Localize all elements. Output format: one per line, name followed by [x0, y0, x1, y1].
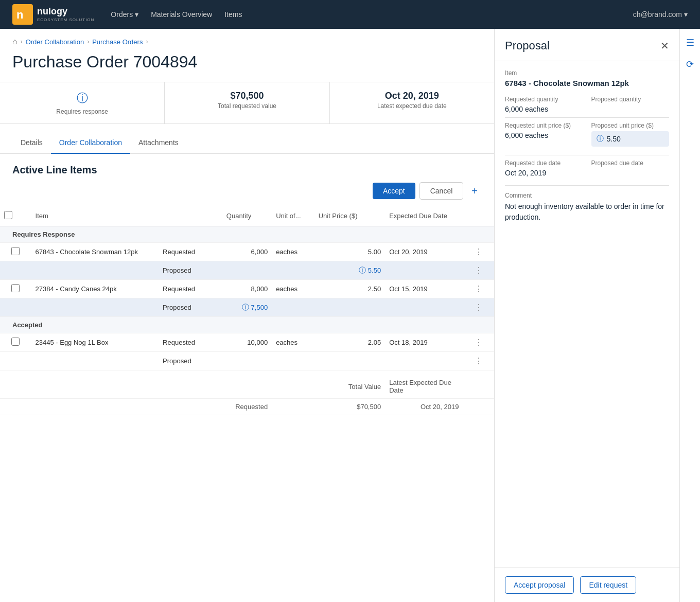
table-row-proposed: Proposed ⋮: [0, 352, 494, 370]
requested-unit-price-value: 6,000 eaches: [505, 131, 583, 139]
cancel-button[interactable]: Cancel: [419, 182, 464, 200]
stat-requires-response: ⓘ Requires response: [0, 82, 165, 123]
logo-icon: n: [12, 4, 33, 25]
tab-order-collaboration[interactable]: Order Collaboration: [51, 132, 130, 154]
group-requires-response: Requires Response: [0, 226, 494, 243]
add-button[interactable]: +: [467, 183, 482, 199]
home-icon[interactable]: ⌂: [12, 37, 18, 46]
stat-due-label: Latest expected due date: [342, 102, 482, 110]
stat-total-value: $70,500 Total requested value: [165, 82, 329, 123]
proposal-body: Item 67843 - Chocolate Snowman 12pk Requ…: [495, 61, 679, 568]
proposal-actions: Accept proposal Edit request: [495, 568, 679, 602]
row-type: Requested: [159, 333, 222, 352]
filter-icon[interactable]: ☰: [686, 37, 694, 48]
row-qty: 10,000: [222, 333, 272, 352]
proposed-price-warning: ⓘ 5.50: [359, 266, 381, 275]
table-row: 27384 - Candy Canes 24pk Requested 8,000…: [0, 280, 494, 298]
proposal-item-name: 67843 - Chocolate Snowman 12pk: [505, 79, 669, 87]
row-qty: 8,000: [222, 280, 272, 298]
item-name: 27384 - Candy Canes 24pk: [31, 280, 159, 298]
proposed-unit-price-value: 5.50: [607, 135, 621, 143]
proposal-item-label: Item: [505, 69, 669, 77]
col-item-header: Item: [31, 206, 159, 226]
row-type: Requested: [159, 243, 222, 261]
logo-sub: ECOSYSTEM SOLUTION: [37, 17, 94, 23]
group-accepted: Accepted: [0, 317, 494, 333]
row-actions-menu[interactable]: ⋮: [471, 302, 486, 313]
nav-orders[interactable]: Orders ▾: [111, 10, 138, 19]
svg-text:n: n: [16, 8, 23, 21]
row-unit: eaches: [272, 280, 314, 298]
stat-total-label: Total requested value: [177, 102, 317, 110]
nav-materials[interactable]: Materials Overview: [151, 10, 212, 19]
items-table: Item Quantity Unit of... Unit Price ($) …: [0, 206, 494, 415]
logo-name: nulogy: [37, 6, 94, 17]
right-panel: Proposal ✕ Item 67843 - Chocolate Snowma…: [494, 29, 679, 602]
warning-icon: ⓘ: [242, 303, 249, 312]
accept-proposal-button[interactable]: Accept proposal: [505, 576, 574, 594]
tabs: Details Order Collaboration Attachments: [0, 132, 494, 154]
item-name: 23445 - Egg Nog 1L Box: [31, 333, 159, 352]
row-checkbox[interactable]: [11, 338, 20, 346]
requested-unit-price-label: Requested unit price ($): [505, 122, 583, 129]
row-price: 2.50: [314, 280, 386, 298]
row-date: Oct 20, 2019: [385, 243, 463, 261]
col-qty-header: Quantity: [222, 206, 272, 226]
row-unit: eaches: [272, 243, 314, 261]
stats-row: ⓘ Requires response $70,500 Total reques…: [0, 82, 494, 124]
proposed-qty-label: Proposed quantity: [591, 96, 670, 103]
table-row-proposed: Proposed ⓘ 5.50 ⋮: [0, 261, 494, 280]
row-actions-menu[interactable]: ⋮: [471, 356, 486, 366]
chevron-down-icon: ▾: [684, 10, 688, 19]
tab-details[interactable]: Details: [12, 132, 51, 154]
proposed-due-label: Proposed due date: [591, 160, 670, 167]
row-unit: eaches: [272, 333, 314, 352]
requested-qty-label: Requested quantity: [505, 96, 583, 103]
left-panel: ⌂ › Order Collaboration › Purchase Order…: [0, 29, 494, 602]
select-all-checkbox[interactable]: [4, 211, 12, 219]
row-actions-menu[interactable]: ⋮: [471, 284, 486, 294]
row-checkbox[interactable]: [11, 284, 20, 292]
row-actions-menu[interactable]: ⋮: [471, 265, 486, 276]
breadcrumb-order-collaboration[interactable]: Order Collaboration: [26, 38, 84, 46]
breadcrumb-purchase-orders[interactable]: Purchase Orders: [92, 38, 143, 46]
row-type-proposed: Proposed: [159, 261, 222, 280]
stat-requires-label: Requires response: [12, 108, 152, 115]
col-actions-header: [463, 206, 494, 226]
requested-due-label: Requested due date: [505, 160, 583, 167]
logo: n nulogy ECOSYSTEM SOLUTION: [12, 4, 94, 25]
proposal-title: Proposal: [505, 39, 550, 52]
stat-due-date: Oct 20, 2019 Latest expected due date: [330, 82, 494, 123]
user-menu[interactable]: ch@brand.com ▾: [633, 10, 688, 19]
nav-links: Orders ▾ Materials Overview Items: [111, 10, 633, 19]
table-row-proposed: Proposed ⓘ 7,500 ⋮: [0, 298, 494, 317]
nav-items[interactable]: Items: [224, 10, 242, 19]
col-unit-header: Unit of...: [272, 206, 314, 226]
row-type-proposed: Proposed: [159, 352, 222, 370]
proposal-header: Proposal ✕: [495, 29, 679, 61]
side-icons: ☰ ⟳: [679, 29, 700, 602]
tab-attachments[interactable]: Attachments: [130, 132, 187, 154]
proposed-qty-warning: ⓘ 7,500: [242, 303, 268, 312]
row-price: 2.05: [314, 333, 386, 352]
close-proposal-button[interactable]: ✕: [660, 40, 669, 52]
row-checkbox[interactable]: [11, 247, 20, 255]
row-type-proposed: Proposed: [159, 298, 222, 317]
comment-label: Comment: [505, 192, 669, 199]
edit-request-button[interactable]: Edit request: [580, 576, 636, 594]
row-actions-menu[interactable]: ⋮: [471, 337, 486, 348]
footer-labels-row: Total Value Latest Expected Due Date: [0, 370, 494, 399]
table-row: 67843 - Chocolate Snowman 12pk Requested…: [0, 243, 494, 261]
table-toolbar: Accept Cancel +: [0, 176, 494, 206]
row-date: Oct 15, 2019: [385, 280, 463, 298]
navbar: n nulogy ECOSYSTEM SOLUTION Orders ▾ Mat…: [0, 0, 700, 29]
stat-due-date-value: Oct 20, 2019: [342, 91, 482, 101]
history-icon[interactable]: ⟳: [686, 59, 694, 70]
page-title: Purchase Order 7004894: [0, 50, 494, 82]
col-type-header: [159, 206, 222, 226]
row-type: Requested: [159, 280, 222, 298]
row-actions-menu[interactable]: ⋮: [471, 246, 486, 257]
accept-button[interactable]: Accept: [373, 183, 415, 199]
section-title: Active Line Items: [0, 154, 494, 176]
table-row: 23445 - Egg Nog 1L Box Requested 10,000 …: [0, 333, 494, 352]
